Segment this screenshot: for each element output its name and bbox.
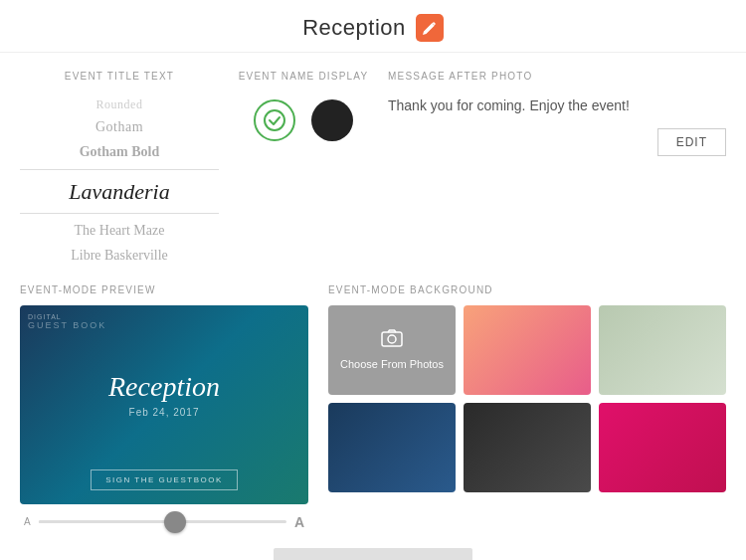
slider-right-label: A (294, 514, 304, 530)
background-pink-gradient[interactable] (464, 305, 591, 395)
preview-cta: SIGN THE GUESTBOOK (91, 469, 238, 490)
background-grid: Choose From Photos (328, 305, 726, 492)
message-after-photo-label: MESSAGE AFTER PHOTO (388, 71, 726, 82)
slider-track[interactable] (39, 520, 286, 523)
choose-photos-label: Choose From Photos (340, 358, 444, 370)
camera-icon (381, 329, 403, 347)
preview-section: EVENT-MODE PREVIEW DIGITAL GUEST BOOK Re… (20, 284, 308, 530)
svg-rect-1 (382, 332, 402, 346)
font-item-gotham-bold[interactable]: Gotham Bold (20, 141, 219, 163)
slider-fill (39, 520, 175, 523)
page-title: Reception (302, 15, 406, 41)
event-title-text-section: EVENT TITLE TEXT Rounded Gotham Gotham B… (20, 71, 219, 267)
header: Reception (0, 0, 746, 53)
main-settings: EVENT TITLE TEXT Rounded Gotham Gotham B… (0, 53, 746, 267)
font-list: Rounded Gotham Gotham Bold Lavanderia Th… (20, 95, 219, 267)
pencil-icon (423, 21, 437, 35)
preview-date: Feb 24, 2017 (129, 407, 200, 418)
background-magenta-gradient[interactable] (599, 403, 726, 492)
toggle-off-button[interactable] (311, 99, 353, 141)
font-item-heart-maze[interactable]: The Heart Maze (20, 220, 219, 242)
font-item-rounded[interactable]: Rounded (20, 95, 219, 114)
slider-left-label: A (24, 516, 31, 527)
svg-point-2 (388, 335, 396, 343)
photo-icon (381, 329, 403, 352)
done-row: DONE (0, 530, 746, 560)
background-label: EVENT-MODE BACKGROUND (328, 284, 726, 295)
message-after-photo-section: MESSAGE AFTER PHOTO Thank you for coming… (388, 71, 726, 267)
preview-label: EVENT-MODE PREVIEW (20, 284, 308, 295)
edit-title-button[interactable] (416, 14, 444, 42)
choose-photos-button[interactable]: Choose From Photos (328, 305, 456, 395)
slider-thumb[interactable] (164, 511, 186, 533)
svg-point-0 (265, 110, 284, 130)
bottom-section: EVENT-MODE PREVIEW DIGITAL GUEST BOOK Re… (0, 267, 746, 530)
font-item-lavanderia[interactable]: Lavanderia (20, 169, 219, 214)
slider-row: A A (20, 514, 308, 530)
font-item-libre[interactable]: Libre Baskerville (20, 245, 219, 267)
background-dark-gradient[interactable] (464, 403, 591, 492)
edit-message-button[interactable]: EDIT (657, 128, 726, 156)
event-name-display-section: EVENT NAME DISPLAY (229, 71, 378, 267)
done-button[interactable]: DONE (274, 548, 472, 560)
message-text: Thank you for coming. Enjoy the event! (388, 95, 726, 116)
preview-logo: GUEST BOOK (28, 320, 106, 330)
preview-digital-label: DIGITAL (28, 313, 62, 320)
event-title-label: EVENT TITLE TEXT (20, 71, 219, 82)
font-item-gotham[interactable]: Gotham (20, 116, 219, 138)
preview-title: Reception (108, 371, 220, 403)
event-name-label: EVENT NAME DISPLAY (239, 71, 369, 82)
background-sage-gradient[interactable] (599, 305, 726, 395)
preview-top-label: DIGITAL GUEST BOOK (28, 313, 106, 330)
toggle-row (254, 99, 353, 141)
toggle-on-button[interactable] (254, 99, 295, 141)
background-navy-gradient[interactable] (328, 403, 456, 492)
preview-card: DIGITAL GUEST BOOK Reception Feb 24, 201… (20, 305, 308, 504)
checkmark-icon (264, 109, 285, 131)
background-section: EVENT-MODE BACKGROUND Choose From Photos (328, 284, 726, 530)
